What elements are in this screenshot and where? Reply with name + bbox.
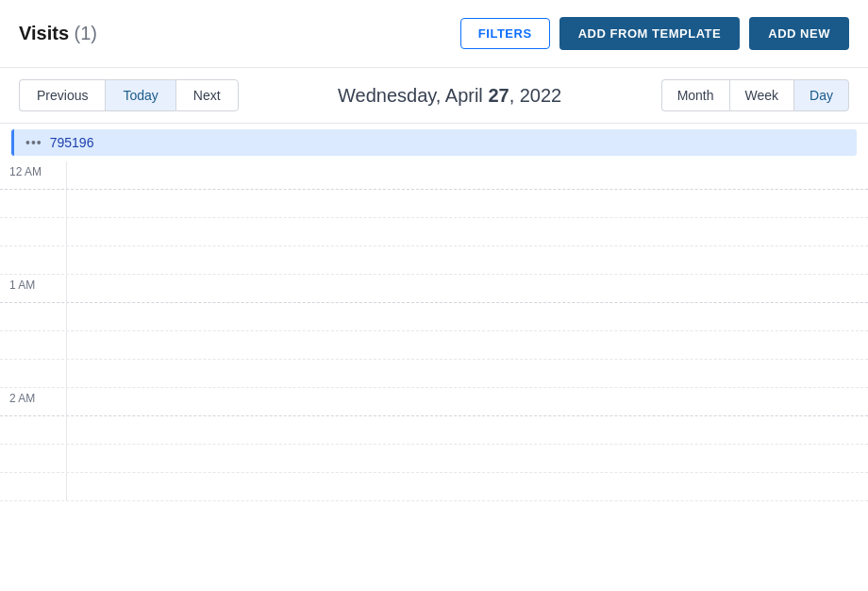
time-cell[interactable] [66,331,868,359]
week-view-button[interactable]: Week [729,79,794,111]
time-row [0,445,868,473]
event-id: 795196 [50,135,94,150]
time-cell[interactable] [66,360,868,387]
visits-count: (1) [75,23,97,43]
time-label [0,416,66,444]
time-row: 2 AM [0,388,868,416]
time-label: 2 AM [0,388,66,415]
time-cell[interactable] [66,161,868,189]
nav-prev-today-next: Previous Today Next [19,79,239,111]
time-label [0,190,66,217]
time-row [0,360,868,388]
time-label [0,473,66,500]
add-from-template-button[interactable]: ADD FROM TEMPLATE [559,17,741,50]
time-row [0,246,868,275]
time-row [0,416,868,445]
top-bar: Visits (1) FILTERS ADD FROM TEMPLATE ADD… [0,0,868,68]
time-label: 1 AM [0,275,66,302]
time-cell[interactable] [66,473,868,500]
calendar-area: ••• 795196 12 AM1 AM2 AM [0,124,868,552]
time-cell[interactable] [66,445,868,472]
time-label [0,331,66,359]
time-label [0,218,66,245]
time-row [0,303,868,331]
time-label [0,360,66,387]
time-cell[interactable] [66,275,868,302]
title-text: Visits [19,23,69,43]
time-row [0,473,868,501]
event-dots-icon: ••• [25,135,42,150]
time-cell[interactable] [66,218,868,245]
top-actions: FILTERS ADD FROM TEMPLATE ADD NEW [460,17,849,50]
time-label [0,246,66,274]
today-button[interactable]: Today [105,79,175,111]
add-new-button[interactable]: ADD NEW [749,17,849,50]
time-grid: 12 AM1 AM2 AM [0,161,868,552]
calendar-nav-bar: Previous Today Next Wednesday, April 27,… [0,68,868,124]
time-row [0,190,868,218]
previous-button[interactable]: Previous [19,79,105,111]
time-cell[interactable] [66,246,868,274]
time-label [0,445,66,472]
time-cell[interactable] [66,190,868,217]
time-row: 1 AM [0,275,868,303]
event-banner[interactable]: ••• 795196 [11,129,857,156]
time-row [0,218,868,246]
current-date: Wednesday, April 27, 2022 [338,85,561,107]
page-title: Visits (1) [19,23,97,44]
month-view-button[interactable]: Month [661,79,729,111]
time-cell[interactable] [66,303,868,330]
time-cell[interactable] [66,416,868,444]
next-button[interactable]: Next [175,79,239,111]
view-toggle: Month Week Day [661,79,849,111]
time-label: 12 AM [0,161,66,189]
filters-button[interactable]: FILTERS [460,18,550,49]
time-cell[interactable] [66,388,868,415]
time-row [0,331,868,360]
time-row: 12 AM [0,161,868,190]
time-label [0,303,66,330]
day-view-button[interactable]: Day [793,79,849,111]
